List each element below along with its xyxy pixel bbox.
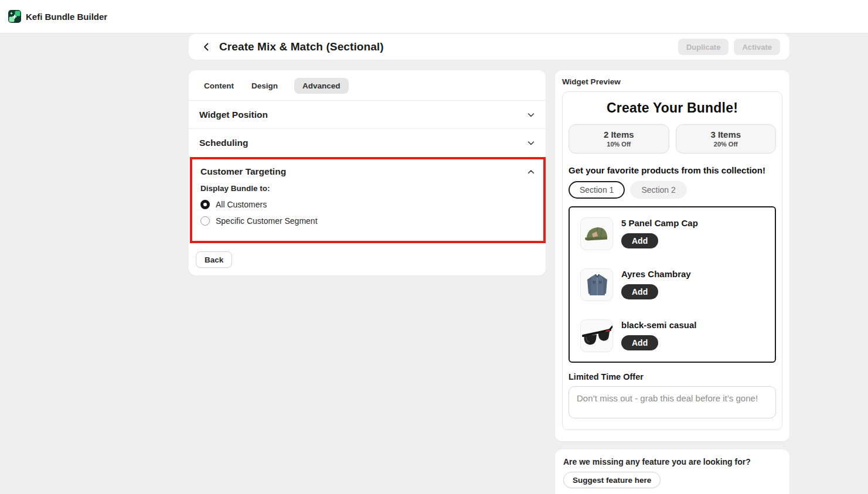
page-title: Create Mix & Match (Sectional)	[219, 40, 384, 53]
add-button-black-semi-casual[interactable]: Add	[621, 335, 658, 350]
tab-advanced[interactable]: Advanced	[294, 78, 349, 94]
section-chips: Section 1 Section 2	[569, 181, 776, 199]
product-image-black-sunglasses	[580, 319, 613, 352]
feedback-question: Are we missing any feature you are looki…	[563, 457, 781, 466]
tier-discount-label: 20% Off	[679, 141, 774, 148]
top-app-bar: Kefi Bundle Builder	[0, 0, 868, 33]
section-1-chip[interactable]: Section 1	[569, 181, 625, 199]
product-row-black-semi-casual: black-semi casual Add	[570, 319, 775, 352]
app-logo-icon	[8, 10, 21, 23]
product-name: 5 Panel Camp Cap	[621, 218, 698, 228]
tier-2-items-button[interactable]: 2 Items 10% Off	[569, 124, 669, 154]
chevron-down-icon	[527, 111, 535, 119]
limited-time-offer-input[interactable]	[569, 386, 776, 418]
widget-preview-label: Widget Preview	[562, 77, 782, 86]
radio-all-customers[interactable]: All Customers	[200, 200, 535, 209]
tier-discount-label: 10% Off	[571, 141, 666, 148]
tier-3-items-button[interactable]: 3 Items 20% Off	[676, 124, 777, 154]
chevron-down-icon	[527, 139, 535, 147]
feature-feedback-panel: Are we missing any feature you are looki…	[555, 449, 789, 494]
collection-prompt: Get your favorite products from this col…	[569, 165, 776, 175]
radio-selected-icon[interactable]	[200, 200, 210, 209]
editor-tabs: Content Design Advanced	[189, 70, 546, 101]
limited-time-offer-label: Limited Time Offer	[569, 372, 776, 381]
page-header: Create Mix & Match (Sectional) Duplicate…	[189, 34, 789, 60]
product-image-camp-cap	[580, 217, 613, 250]
product-name: black-semi casual	[621, 320, 696, 330]
editor-panel: Content Design Advanced Widget Position …	[189, 70, 546, 275]
customer-targeting-highlight: Customer Targeting Display Bundle to: Al…	[190, 157, 546, 243]
tier-items-label: 3 Items	[679, 130, 774, 139]
radio-specific-segment-label: Specific Customer Segment	[216, 216, 318, 226]
back-arrow-button[interactable]	[198, 39, 215, 55]
product-name: Ayres Chambray	[621, 269, 691, 279]
activate-button[interactable]: Activate	[734, 39, 780, 55]
tab-design[interactable]: Design	[250, 78, 279, 94]
product-row-ayres-chambray: Ayres Chambray Add	[570, 268, 775, 301]
add-button-ayres-chambray[interactable]: Add	[621, 284, 658, 299]
widget-preview-panel: Widget Preview Create Your Bundle! 2 Ite…	[555, 70, 789, 441]
tier-selector: 2 Items 10% Off 3 Items 20% Off	[569, 124, 776, 154]
product-row-camp-cap: 5 Panel Camp Cap Add	[570, 217, 775, 250]
radio-specific-customer-segment[interactable]: Specific Customer Segment	[200, 216, 535, 226]
arrow-left-icon	[202, 42, 211, 52]
accordion-scheduling[interactable]: Scheduling	[189, 129, 546, 157]
accordion-customer-targeting[interactable]: Customer Targeting	[192, 159, 543, 179]
duplicate-button[interactable]: Duplicate	[678, 39, 729, 55]
tab-content[interactable]: Content	[203, 78, 235, 94]
add-button-camp-cap[interactable]: Add	[621, 233, 658, 248]
accordion-widget-position-title: Widget Position	[199, 110, 268, 120]
section-2-chip[interactable]: Section 2	[630, 181, 686, 199]
suggest-feature-button[interactable]: Suggest feature here	[563, 472, 661, 488]
header-actions: Duplicate Activate	[678, 39, 782, 55]
tier-items-label: 2 Items	[571, 130, 666, 139]
chevron-up-icon	[527, 168, 535, 176]
app-title: Kefi Bundle Builder	[26, 12, 107, 22]
customer-targeting-title: Customer Targeting	[200, 166, 286, 177]
widget-headline: Create Your Bundle!	[568, 100, 777, 116]
accordion-scheduling-title: Scheduling	[199, 138, 249, 148]
accordion-widget-position[interactable]: Widget Position	[189, 101, 546, 129]
back-button[interactable]: Back	[196, 251, 232, 268]
radio-all-customers-label: All Customers	[216, 200, 267, 209]
display-bundle-to-label: Display Bundle to:	[200, 184, 535, 193]
radio-unselected-icon[interactable]	[200, 216, 210, 226]
product-list: 5 Panel Camp Cap Add	[569, 206, 776, 363]
product-image-ayres-chambray	[580, 268, 613, 301]
customer-targeting-body: Display Bundle to: All Customers Specifi…	[192, 179, 543, 235]
widget-preview-frame: Create Your Bundle! 2 Items 10% Off 3 It…	[562, 91, 782, 430]
